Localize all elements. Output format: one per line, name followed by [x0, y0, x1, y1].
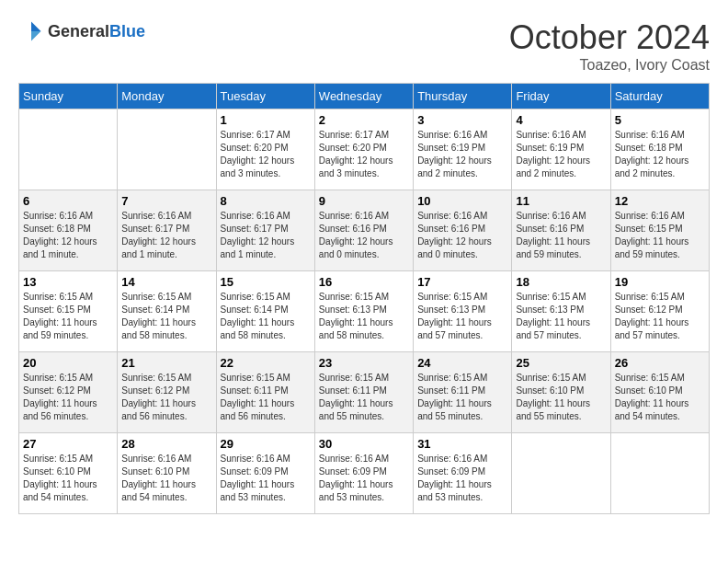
month-title: October 2024	[509, 18, 710, 57]
day-number: 12	[615, 194, 705, 208]
day-info: Sunrise: 6:16 AM Sunset: 6:17 PM Dayligh…	[221, 210, 311, 261]
header-sunday: Sunday	[19, 84, 118, 109]
calendar-table: Sunday Monday Tuesday Wednesday Thursday…	[18, 83, 710, 514]
header-monday: Monday	[118, 84, 216, 109]
header-wednesday: Wednesday	[314, 84, 413, 109]
calendar-cell-w3-d6: 18Sunrise: 6:15 AM Sunset: 6:13 PM Dayli…	[512, 271, 610, 352]
header-thursday: Thursday	[414, 84, 512, 109]
location-subtitle: Toazeo, Ivory Coast	[509, 57, 710, 74]
calendar-week-2: 6Sunrise: 6:16 AM Sunset: 6:18 PM Daylig…	[19, 190, 710, 271]
calendar-cell-w5-d3: 29Sunrise: 6:16 AM Sunset: 6:09 PM Dayli…	[216, 433, 314, 514]
calendar-cell-w3-d4: 16Sunrise: 6:15 AM Sunset: 6:13 PM Dayli…	[314, 271, 413, 352]
day-number: 15	[221, 275, 311, 289]
calendar-cell-w2-d2: 7Sunrise: 6:16 AM Sunset: 6:17 PM Daylig…	[118, 190, 216, 271]
day-number: 25	[516, 356, 606, 370]
calendar-cell-w5-d2: 28Sunrise: 6:16 AM Sunset: 6:10 PM Dayli…	[118, 433, 216, 514]
day-number: 17	[417, 275, 507, 289]
header-tuesday: Tuesday	[216, 84, 314, 109]
day-info: Sunrise: 6:15 AM Sunset: 6:15 PM Dayligh…	[23, 291, 113, 342]
day-info: Sunrise: 6:15 AM Sunset: 6:10 PM Dayligh…	[516, 372, 606, 423]
day-number: 23	[319, 356, 409, 370]
day-info: Sunrise: 6:15 AM Sunset: 6:13 PM Dayligh…	[417, 291, 507, 342]
calendar-cell-w4-d1: 20Sunrise: 6:15 AM Sunset: 6:12 PM Dayli…	[19, 352, 118, 433]
day-number: 27	[23, 437, 113, 451]
day-info: Sunrise: 6:17 AM Sunset: 6:20 PM Dayligh…	[221, 129, 311, 180]
calendar-cell-w3-d7: 19Sunrise: 6:15 AM Sunset: 6:12 PM Dayli…	[610, 271, 709, 352]
day-number: 24	[417, 356, 507, 370]
calendar-cell-w2-d4: 9Sunrise: 6:16 AM Sunset: 6:16 PM Daylig…	[314, 190, 413, 271]
calendar-cell-w1-d5: 3Sunrise: 6:16 AM Sunset: 6:19 PM Daylig…	[414, 109, 512, 190]
day-info: Sunrise: 6:15 AM Sunset: 6:13 PM Dayligh…	[319, 291, 409, 342]
calendar-cell-w5-d4: 30Sunrise: 6:16 AM Sunset: 6:09 PM Dayli…	[314, 433, 413, 514]
day-number: 19	[615, 275, 705, 289]
day-info: Sunrise: 6:15 AM Sunset: 6:12 PM Dayligh…	[23, 372, 113, 423]
day-info: Sunrise: 6:16 AM Sunset: 6:17 PM Dayligh…	[121, 210, 211, 261]
day-info: Sunrise: 6:15 AM Sunset: 6:11 PM Dayligh…	[319, 372, 409, 423]
day-info: Sunrise: 6:16 AM Sunset: 6:18 PM Dayligh…	[615, 129, 705, 180]
day-number: 31	[417, 437, 507, 451]
day-info: Sunrise: 6:15 AM Sunset: 6:10 PM Dayligh…	[23, 453, 113, 504]
header-friday: Friday	[512, 84, 610, 109]
logo-icon	[18, 18, 44, 44]
day-number: 6	[23, 194, 113, 208]
day-number: 7	[121, 194, 211, 208]
calendar-cell-w5-d7	[610, 433, 709, 514]
calendar-cell-w1-d3: 1Sunrise: 6:17 AM Sunset: 6:20 PM Daylig…	[216, 109, 314, 190]
calendar-header-row: Sunday Monday Tuesday Wednesday Thursday…	[19, 84, 710, 109]
calendar-cell-w4-d3: 22Sunrise: 6:15 AM Sunset: 6:11 PM Dayli…	[216, 352, 314, 433]
header-saturday: Saturday	[610, 84, 709, 109]
day-info: Sunrise: 6:15 AM Sunset: 6:12 PM Dayligh…	[615, 291, 705, 342]
calendar-cell-w1-d7: 5Sunrise: 6:16 AM Sunset: 6:18 PM Daylig…	[610, 109, 709, 190]
day-info: Sunrise: 6:15 AM Sunset: 6:14 PM Dayligh…	[221, 291, 311, 342]
calendar-cell-w2-d1: 6Sunrise: 6:16 AM Sunset: 6:18 PM Daylig…	[19, 190, 118, 271]
logo-blue: Blue	[109, 22, 145, 40]
day-number: 14	[121, 275, 211, 289]
day-info: Sunrise: 6:15 AM Sunset: 6:12 PM Dayligh…	[121, 372, 211, 423]
day-number: 1	[221, 113, 311, 127]
day-number: 9	[319, 194, 409, 208]
day-number: 3	[417, 113, 507, 127]
calendar-week-5: 27Sunrise: 6:15 AM Sunset: 6:10 PM Dayli…	[19, 433, 710, 514]
calendar-cell-w3-d3: 15Sunrise: 6:15 AM Sunset: 6:14 PM Dayli…	[216, 271, 314, 352]
day-info: Sunrise: 6:16 AM Sunset: 6:16 PM Dayligh…	[319, 210, 409, 261]
day-number: 11	[516, 194, 606, 208]
day-number: 30	[319, 437, 409, 451]
day-number: 5	[615, 113, 705, 127]
day-number: 2	[319, 113, 409, 127]
day-info: Sunrise: 6:16 AM Sunset: 6:16 PM Dayligh…	[417, 210, 507, 261]
calendar-cell-w3-d1: 13Sunrise: 6:15 AM Sunset: 6:15 PM Dayli…	[19, 271, 118, 352]
calendar-cell-w4-d7: 26Sunrise: 6:15 AM Sunset: 6:10 PM Dayli…	[610, 352, 709, 433]
day-number: 4	[516, 113, 606, 127]
calendar-week-4: 20Sunrise: 6:15 AM Sunset: 6:12 PM Dayli…	[19, 352, 710, 433]
calendar-cell-w4-d2: 21Sunrise: 6:15 AM Sunset: 6:12 PM Dayli…	[118, 352, 216, 433]
day-info: Sunrise: 6:16 AM Sunset: 6:18 PM Dayligh…	[23, 210, 113, 261]
calendar-cell-w2-d6: 11Sunrise: 6:16 AM Sunset: 6:16 PM Dayli…	[512, 190, 610, 271]
calendar-cell-w5-d1: 27Sunrise: 6:15 AM Sunset: 6:10 PM Dayli…	[19, 433, 118, 514]
calendar-cell-w5-d5: 31Sunrise: 6:16 AM Sunset: 6:09 PM Dayli…	[414, 433, 512, 514]
svg-marker-1	[31, 31, 41, 41]
calendar-cell-w4-d4: 23Sunrise: 6:15 AM Sunset: 6:11 PM Dayli…	[314, 352, 413, 433]
day-number: 10	[417, 194, 507, 208]
day-info: Sunrise: 6:15 AM Sunset: 6:11 PM Dayligh…	[221, 372, 311, 423]
day-number: 21	[121, 356, 211, 370]
calendar-cell-w2-d7: 12Sunrise: 6:16 AM Sunset: 6:15 PM Dayli…	[610, 190, 709, 271]
day-info: Sunrise: 6:16 AM Sunset: 6:15 PM Dayligh…	[615, 210, 705, 261]
calendar-cell-w4-d5: 24Sunrise: 6:15 AM Sunset: 6:11 PM Dayli…	[414, 352, 512, 433]
day-number: 13	[23, 275, 113, 289]
day-number: 18	[516, 275, 606, 289]
day-info: Sunrise: 6:15 AM Sunset: 6:13 PM Dayligh…	[516, 291, 606, 342]
day-number: 8	[221, 194, 311, 208]
page-header: GeneralBlue October 2024 Toazeo, Ivory C…	[18, 18, 710, 74]
calendar-cell-w5-d6	[512, 433, 610, 514]
day-number: 22	[221, 356, 311, 370]
calendar-cell-w1-d1	[19, 109, 118, 190]
svg-marker-0	[31, 22, 41, 32]
calendar-cell-w2-d3: 8Sunrise: 6:16 AM Sunset: 6:17 PM Daylig…	[216, 190, 314, 271]
day-info: Sunrise: 6:16 AM Sunset: 6:16 PM Dayligh…	[516, 210, 606, 261]
calendar-week-1: 1Sunrise: 6:17 AM Sunset: 6:20 PM Daylig…	[19, 109, 710, 190]
calendar-cell-w1-d4: 2Sunrise: 6:17 AM Sunset: 6:20 PM Daylig…	[314, 109, 413, 190]
day-info: Sunrise: 6:16 AM Sunset: 6:19 PM Dayligh…	[417, 129, 507, 180]
calendar-cell-w3-d5: 17Sunrise: 6:15 AM Sunset: 6:13 PM Dayli…	[414, 271, 512, 352]
day-info: Sunrise: 6:16 AM Sunset: 6:09 PM Dayligh…	[319, 453, 409, 504]
day-info: Sunrise: 6:16 AM Sunset: 6:09 PM Dayligh…	[221, 453, 311, 504]
